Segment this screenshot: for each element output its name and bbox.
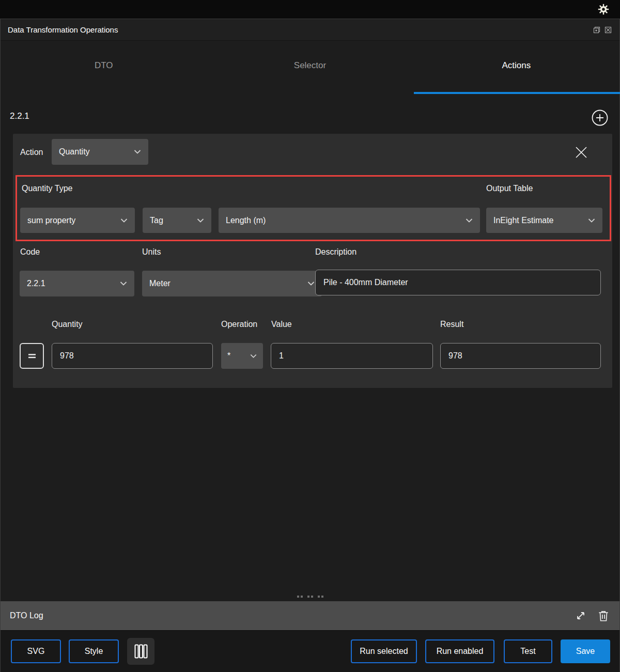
dto-log-bar: DTO Log (1, 601, 619, 630)
active-tab-underline (414, 92, 620, 94)
run-selected-button[interactable]: Run selected (351, 639, 417, 663)
bottom-toolbar: SVG Style Run selected Run enabled Test … (1, 630, 619, 672)
section-code-label: 2.2.1 (10, 111, 29, 121)
quantity-type-source-dropdown[interactable]: Tag (143, 208, 211, 233)
window-title: Data Transformation Operations (8, 25, 593, 34)
gear-icon[interactable] (597, 3, 610, 15)
action-dropdown[interactable]: Quantity (52, 139, 148, 165)
test-button[interactable]: Test (504, 639, 552, 663)
value-label: Value (271, 320, 292, 329)
add-action-icon[interactable] (591, 109, 609, 127)
chevron-down-icon (464, 216, 474, 225)
units-dropdown[interactable]: Meter (142, 271, 322, 296)
quantity-type-aggregate-dropdown[interactable]: sum property (20, 208, 135, 233)
chevron-down-icon (587, 216, 596, 225)
action-card: Action Quantity Quantity Type Output Tab… (13, 134, 612, 388)
code-dropdown-value: 2.2.1 (27, 279, 45, 288)
quantity-type-property-dropdown[interactable]: Length (m) (219, 208, 480, 233)
quantity-label: Quantity (52, 320, 83, 329)
close-window-icon[interactable] (604, 26, 612, 34)
trash-icon[interactable] (597, 609, 610, 622)
expand-icon[interactable] (574, 609, 587, 622)
remove-action-icon[interactable] (572, 143, 591, 162)
chevron-down-icon (119, 216, 129, 225)
output-table-label: Output Table (486, 184, 533, 193)
result-input[interactable] (440, 343, 601, 369)
tab-dto[interactable]: DTO (1, 49, 207, 82)
action-dropdown-value: Quantity (59, 147, 90, 157)
tab-bar: DTO Selector Actions (1, 49, 619, 82)
dto-log-title: DTO Log (10, 611, 574, 620)
description-input[interactable] (315, 270, 601, 295)
units-label: Units (142, 247, 161, 257)
os-top-strip (0, 0, 620, 19)
splitter-drag-handle[interactable] (1, 596, 619, 598)
value-input[interactable] (271, 343, 433, 369)
chevron-down-icon (249, 352, 258, 361)
tab-selector[interactable]: Selector (207, 49, 413, 82)
code-dropdown[interactable]: 2.2.1 (20, 271, 134, 296)
chevron-down-icon (133, 147, 142, 157)
action-label: Action (20, 148, 43, 157)
svg-button[interactable]: SVG (11, 639, 61, 663)
restore-icon[interactable] (593, 26, 601, 34)
aggregate-dropdown-value: sum property (27, 216, 75, 225)
property-dropdown-value: Length (m) (226, 216, 266, 225)
output-table-dropdown[interactable]: InEight Estimate (486, 208, 602, 233)
chevron-down-icon (306, 279, 316, 288)
operation-dropdown[interactable]: * (221, 343, 263, 369)
save-button[interactable]: Save (561, 639, 610, 663)
result-label: Result (440, 320, 463, 329)
tab-actions[interactable]: Actions (413, 49, 619, 82)
run-enabled-button[interactable]: Run enabled (425, 639, 494, 663)
units-dropdown-value: Meter (149, 279, 171, 288)
style-button[interactable]: Style (69, 639, 119, 663)
chevron-down-icon (196, 216, 205, 225)
columns-icon[interactable] (127, 638, 154, 665)
code-label: Code (20, 247, 40, 257)
chevron-down-icon (119, 279, 128, 288)
window-titlebar: Data Transformation Operations (1, 19, 619, 41)
quantity-type-highlight-box: Quantity Type Output Table sum property … (16, 175, 611, 241)
equals-icon[interactable] (20, 343, 44, 369)
operation-label: Operation (221, 320, 257, 329)
source-dropdown-value: Tag (150, 216, 163, 225)
dto-window: Data Transformation Operations DTO Selec… (0, 19, 620, 672)
quantity-input[interactable] (52, 343, 213, 369)
description-label: Description (315, 247, 357, 257)
output-table-dropdown-value: InEight Estimate (493, 216, 554, 225)
operation-dropdown-value: * (227, 351, 230, 361)
quantity-type-label: Quantity Type (22, 184, 72, 193)
